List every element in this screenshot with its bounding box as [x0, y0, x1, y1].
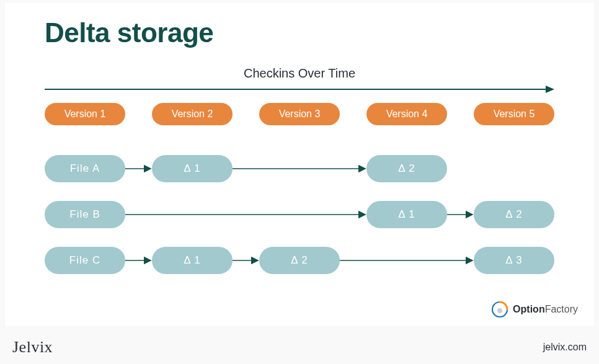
optionfactory-light: Factory — [545, 304, 578, 314]
file-c-delta-2: Δ 2 — [259, 247, 340, 274]
version-pill-2: Version 2 — [152, 103, 233, 125]
file-b-delta-1: Δ 1 — [366, 201, 447, 228]
timeline-arrow-icon — [45, 86, 554, 93]
file-a-delta-2: Δ 2 — [366, 155, 447, 182]
file-c-label: File C — [45, 247, 125, 274]
file-c-delta-3: Δ 3 — [474, 247, 554, 274]
optionfactory-logo: OptionFactory — [490, 300, 578, 319]
optionfactory-text: OptionFactory — [513, 304, 578, 315]
page-title: Delta storage — [45, 17, 213, 48]
file-b-label: File B — [45, 201, 125, 228]
timeline-label: Checkins Over Time — [5, 66, 594, 81]
svg-marker-1 — [546, 86, 554, 93]
version-pill-4: Version 4 — [366, 103, 447, 125]
jelvix-url: jelvix.com — [543, 342, 587, 353]
file-a-delta-1: Δ 1 — [152, 155, 233, 182]
svg-point-13 — [497, 308, 502, 313]
version-pill-5: Version 5 — [474, 103, 554, 125]
file-c-delta-1: Δ 1 — [152, 247, 233, 274]
version-pill-3: Version 3 — [259, 103, 340, 125]
footer: Jelvix jelvix.com — [5, 335, 594, 360]
file-row-a: File A Δ 1 Δ 2 — [45, 155, 554, 182]
file-a-label: File A — [45, 155, 125, 182]
optionfactory-icon — [490, 300, 509, 319]
file-row-c: File C Δ 1 Δ 2 Δ 3 — [45, 247, 554, 274]
file-b-delta-2: Δ 2 — [474, 201, 554, 228]
version-row: Version 1 Version 2 Version 3 Version 4 … — [45, 103, 554, 125]
file-row-b: File B Δ 1 Δ 2 — [45, 201, 554, 228]
optionfactory-bold: Option — [513, 304, 545, 314]
jelvix-logo: Jelvix — [12, 338, 53, 357]
version-pill-1: Version 1 — [45, 103, 125, 125]
slide: Delta storage Checkins Over Time Version… — [5, 2, 594, 326]
